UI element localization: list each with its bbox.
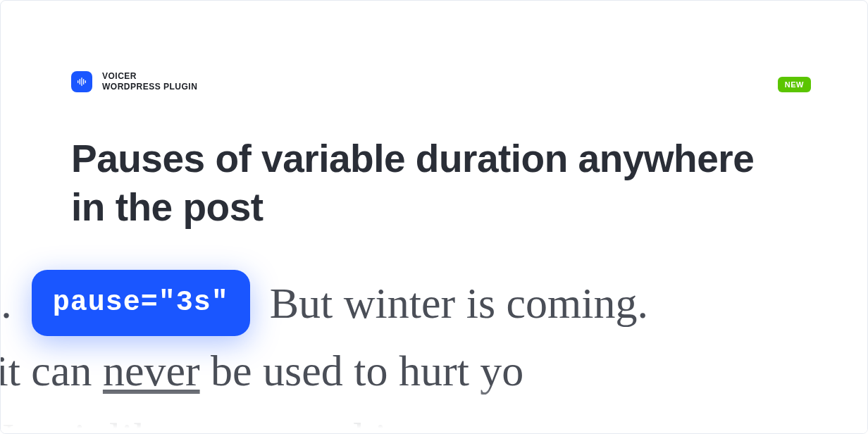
sample-text: r you,.. pause="3s" But winter is coming… xyxy=(1,269,867,434)
header-row: VOICER WORDPRESS PLUGIN NEW xyxy=(1,1,867,92)
sample-text-fragment: r you,.. xyxy=(0,269,12,337)
brand-name: VOICER xyxy=(102,71,197,82)
brand-text: VOICER WORDPRESS PLUGIN xyxy=(102,71,197,92)
feature-card: VOICER WORDPRESS PLUGIN NEW Pauses of va… xyxy=(0,0,868,434)
sample-line-1: r you,.. pause="3s" But winter is coming… xyxy=(0,269,755,337)
sample-line-2: mor, and it can never be used to hurt yo xyxy=(0,337,698,404)
sample-text-fragment: be used to hurt yo xyxy=(200,347,524,395)
svg-rect-2 xyxy=(81,78,82,86)
svg-rect-0 xyxy=(78,80,78,83)
svg-rect-1 xyxy=(80,79,80,85)
sample-line-3: ll not. Wear it like armor and it can xyxy=(0,404,726,434)
pause-chip: pause="3s" xyxy=(32,270,250,336)
sample-text-underlined: never xyxy=(103,347,200,395)
svg-rect-3 xyxy=(83,79,84,85)
brand-sub: WORDPRESS PLUGIN xyxy=(102,82,197,92)
svg-rect-4 xyxy=(85,80,86,83)
brand: VOICER WORDPRESS PLUGIN xyxy=(71,71,197,92)
headline: Pauses of variable duration anywhere in … xyxy=(1,92,867,232)
sample-text-fragment: But winter is coming. xyxy=(270,269,648,337)
voicer-waveform-icon xyxy=(71,71,92,92)
new-badge: NEW xyxy=(778,77,811,92)
sample-text-fragment: mor, and it can xyxy=(0,347,103,395)
